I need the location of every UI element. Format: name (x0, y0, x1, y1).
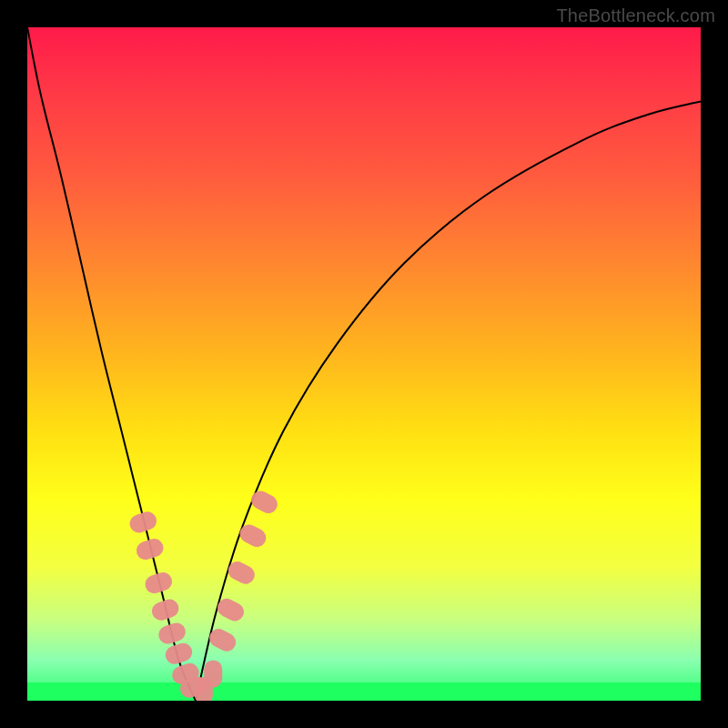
left-cluster-top (127, 510, 159, 535)
left-cluster-b (143, 570, 175, 595)
right-cluster-d (237, 521, 269, 550)
left-cluster-e (163, 641, 195, 666)
left-cluster-c (149, 597, 181, 622)
curve-group (27, 27, 701, 701)
right-cluster-top (248, 488, 281, 516)
watermark-text: TheBottleneck.com (556, 5, 715, 26)
left-cluster-d (157, 621, 188, 646)
marker-group (127, 488, 280, 701)
bottleneck-curve-svg (27, 27, 701, 701)
trough-d (204, 660, 222, 687)
left-cluster-a (134, 536, 166, 561)
plot-area (27, 27, 701, 701)
bottleneck-curve (27, 27, 701, 701)
